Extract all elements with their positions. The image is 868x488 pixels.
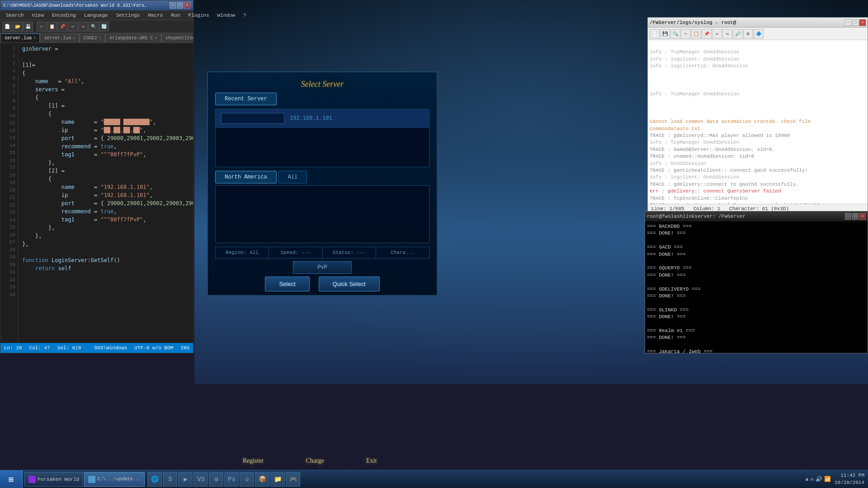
quick-select-button[interactable]: Quick Select: [319, 277, 380, 291]
menu-search[interactable]: Search: [2, 12, 28, 19]
menu-plugins[interactable]: Plugins: [184, 12, 212, 19]
tab-aria-update[interactable]: AriaUpdate-URS C ×: [105, 33, 161, 42]
toolbar-find[interactable]: 🔍: [89, 22, 99, 32]
syslog-btn-8[interactable]: ↪: [722, 29, 732, 39]
syslog-btn-1[interactable]: 📄: [650, 29, 660, 39]
tab-close-icon[interactable]: ×: [155, 36, 157, 41]
action-buttons: Select Quick Select: [215, 277, 429, 291]
tab-recent-server[interactable]: Recent Server: [215, 93, 277, 105]
status-region: Region: All: [215, 247, 269, 258]
syslog-content: === GACD === info : TcpManager OnAddSess…: [648, 40, 868, 204]
taskbar-item-forsaken-world[interactable]: Forsaken World: [24, 472, 83, 487]
terminal-minimize[interactable]: −: [845, 213, 851, 220]
terminal-window: root@fwslashlinkserver: /FWServer − □ × …: [645, 211, 868, 353]
toolbar-open[interactable]: 📂: [13, 22, 23, 32]
server-name-box: [221, 113, 284, 124]
syslog-btn-11[interactable]: 🔷: [754, 29, 764, 39]
syslog-btn-10[interactable]: ⚙: [743, 29, 753, 39]
syslog-btn-9[interactable]: 🔎: [733, 29, 743, 39]
select-server-dialog: Select Server Recent Server 192.168.1.10…: [207, 71, 438, 296]
toolbar: 📄 📂 💾 ✂ 📋 📌 ↩ ↪ 🔍 🔄: [0, 20, 193, 33]
taskbar-folder-icon[interactable]: 📁: [270, 472, 285, 487]
tab-close-icon[interactable]: ×: [33, 36, 36, 41]
syslog-btn-2[interactable]: 💾: [660, 29, 670, 39]
toolbar-redo[interactable]: ↪: [78, 22, 88, 32]
taskbar-app3-icon[interactable]: 📦: [255, 472, 269, 487]
server-row-1[interactable]: 192.168.1.101: [216, 109, 429, 128]
toolbar-cut[interactable]: ✂: [37, 22, 47, 32]
code-content: 12345 678910 1112131415 1617181920 21222…: [0, 43, 193, 343]
syslog-status-line: Line: 1/685: [651, 206, 684, 211]
toolbar-paste[interactable]: 📌: [57, 22, 67, 32]
terminal-close[interactable]: ×: [859, 213, 866, 220]
titlebar-buttons: − □ ×: [170, 2, 190, 9]
syslog-minimize[interactable]: −: [845, 19, 851, 26]
toolbar-copy[interactable]: 📋: [47, 22, 57, 32]
menu-language[interactable]: Language: [80, 12, 112, 19]
close-button[interactable]: ×: [184, 2, 190, 9]
syslog-btn-3[interactable]: 🔍: [670, 29, 680, 39]
toolbar-undo[interactable]: ↩: [68, 22, 78, 32]
tab-all[interactable]: All: [278, 171, 307, 183]
minimize-button[interactable]: −: [170, 2, 176, 9]
charge-button[interactable]: Charge: [306, 457, 324, 465]
status-speed: Speed: ---: [269, 247, 322, 258]
syslog-status-char: Character: 61 (0x3D): [729, 206, 789, 211]
taskbar-chrome-icon[interactable]: 🌐: [147, 472, 162, 487]
code-editor-titlebar: C:\ONYMOUS\JASON\Downloads\Forsaken Worl…: [0, 0, 193, 10]
taskbar-cube-icon[interactable]: ◇: [240, 472, 254, 487]
dialog-bottom-bar: Region: All Speed: --- Status: --- Chara…: [208, 243, 437, 295]
menu-window[interactable]: Window: [214, 12, 239, 19]
status-character: Chara...: [376, 247, 429, 258]
syslog-toolbar: 📄 💾 🔍 ✂ 📋 📌 ↩ ↪ 🔎 ⚙ 🔷: [648, 28, 868, 40]
taskbar-photoshop-icon[interactable]: Ps: [224, 472, 239, 487]
taskbar-app2-icon[interactable]: ⚙: [209, 472, 223, 487]
terminal-titlebar-buttons: − □ ×: [845, 213, 866, 220]
tab-server-lua-2[interactable]: server.lua ×: [40, 33, 79, 42]
start-button[interactable]: ⊞: [0, 470, 23, 488]
tab-close-icon[interactable]: ×: [99, 36, 101, 41]
tab-label: server.lua: [44, 36, 71, 41]
menu-run[interactable]: Run: [167, 12, 184, 19]
tab-close-icon[interactable]: ×: [73, 36, 75, 41]
menu-help[interactable]: ?: [240, 12, 250, 19]
taskbar-fw-game-icon[interactable]: 🎮: [286, 472, 300, 487]
terminal-maximize[interactable]: □: [852, 213, 859, 220]
menu-settings[interactable]: Settings: [113, 12, 144, 19]
toolbar-replace[interactable]: 🔄: [99, 22, 109, 32]
status-bar: Ln: 20 Col: 47 Sel: 0|0 DOS\Windows UTF-…: [0, 343, 193, 353]
taskbar-vs-icon[interactable]: VS: [193, 472, 208, 487]
taskbar-app-icons: 🌐 S ▶ VS ⚙ Ps ◇ 📦 📁 🎮: [147, 472, 300, 487]
syslog-btn-6[interactable]: 📌: [702, 29, 712, 39]
toolbar-save[interactable]: 💾: [23, 22, 33, 32]
taskbar-item-editor[interactable]: C:\...\update...: [84, 472, 145, 487]
tab-north-america[interactable]: North America: [215, 171, 277, 183]
menu-view[interactable]: View: [28, 12, 47, 19]
status-row: Region: All Speed: --- Status: --- Chara…: [215, 247, 429, 258]
syslog-btn-4[interactable]: ✂: [681, 29, 691, 39]
toolbar-new[interactable]: 📄: [2, 22, 12, 32]
menu-macro[interactable]: Macro: [144, 12, 166, 19]
code-editor-window: C:\ONYMOUS\JASON\Downloads\Forsaken Worl…: [0, 0, 193, 353]
select-button[interactable]: Select: [265, 277, 309, 291]
server-ip: 192.168.1.101: [290, 115, 332, 122]
syslog-btn-7[interactable]: ↩: [712, 29, 722, 39]
tab-shop-hot-item[interactable]: shopHotItem.bt ×: [161, 33, 193, 42]
tab-server-lua-1[interactable]: server.lua ×: [0, 33, 40, 42]
syslog-maximize[interactable]: □: [852, 19, 859, 26]
taskbar-media-icon[interactable]: ▶: [178, 472, 193, 487]
exit-button[interactable]: Exit: [366, 457, 377, 465]
tab-code2[interactable]: CODE2 ×: [80, 33, 105, 42]
pvp-button[interactable]: PvP: [293, 261, 352, 274]
maximize-button[interactable]: □: [177, 2, 183, 9]
menu-encoding[interactable]: Encoding: [48, 12, 80, 19]
syslog-close[interactable]: ×: [859, 19, 866, 26]
taskbar-skype-icon[interactable]: S: [163, 472, 177, 487]
status-status: Status: ---: [323, 247, 376, 258]
code-editor-title: C:\ONYMOUS\JASON\Downloads\Forsaken Worl…: [3, 3, 148, 8]
tab-label: server.lua: [5, 36, 32, 41]
windows-logo-icon: ⊞: [9, 474, 14, 484]
syslog-btn-5[interactable]: 📋: [691, 29, 701, 39]
server-list: 192.168.1.101: [215, 109, 429, 167]
register-button[interactable]: Register: [243, 457, 264, 465]
